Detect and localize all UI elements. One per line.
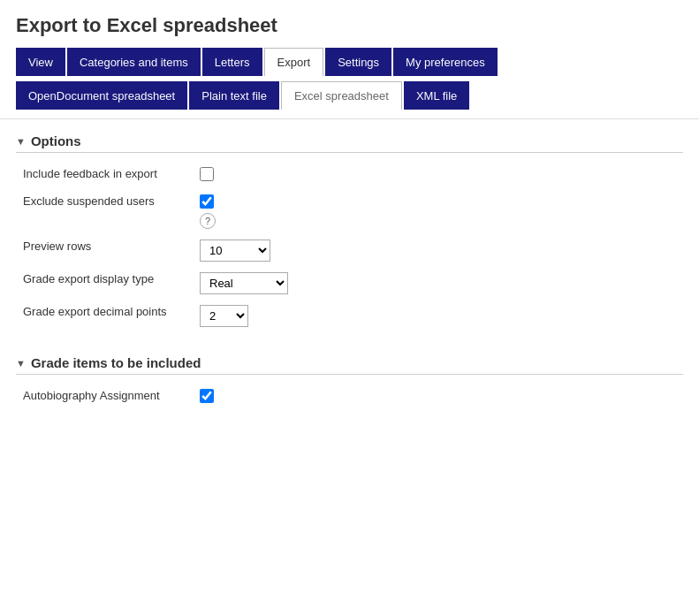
- page-header: Export to Excel spreadsheet View Categor…: [0, 0, 699, 119]
- grade-export-decimal-points-label: Grade export decimal points: [23, 305, 167, 318]
- sub-nav-plain-text[interactable]: Plain text file: [189, 81, 279, 110]
- autobiography-assignment-checkbox[interactable]: [200, 389, 214, 403]
- sub-nav: OpenDocument spreadsheet Plain text file…: [16, 81, 683, 110]
- table-row: Include feedback in export: [16, 162, 683, 189]
- nav-export[interactable]: Export: [264, 48, 324, 76]
- grade-items-section-header[interactable]: ▼ Grade items to be included: [16, 350, 683, 375]
- include-feedback-checkbox[interactable]: [200, 167, 214, 181]
- table-row: Grade export display type Real Percentag…: [16, 267, 683, 300]
- options-section-header[interactable]: ▼ Options: [16, 128, 683, 153]
- sub-nav-opendocument[interactable]: OpenDocument spreadsheet: [16, 81, 187, 110]
- table-row: Grade export decimal points 0 1 2 3 4 5: [16, 300, 683, 332]
- grade-items-section-title: Grade items to be included: [31, 355, 201, 370]
- content: ▼ Options Include feedback in export Exc…: [0, 119, 699, 437]
- options-section-title: Options: [31, 133, 81, 148]
- main-nav: View Categories and items Letters Export…: [16, 48, 683, 76]
- grade-export-display-type-label: Grade export display type: [23, 272, 154, 285]
- table-row: Exclude suspended users ?: [16, 189, 683, 234]
- table-row: Preview rows 10 20 50 100: [16, 234, 683, 267]
- nav-settings[interactable]: Settings: [325, 48, 391, 76]
- nav-view[interactable]: View: [16, 48, 65, 76]
- options-table: Include feedback in export Exclude suspe…: [16, 162, 683, 332]
- grade-export-display-type-select[interactable]: Real Percentage Letter: [200, 272, 288, 294]
- options-section: ▼ Options Include feedback in export Exc…: [16, 128, 683, 332]
- autobiography-assignment-label: Autobiography Assignment: [23, 389, 160, 402]
- include-feedback-label: Include feedback in export: [23, 167, 157, 180]
- grade-items-section: ▼ Grade items to be included Autobiograp…: [16, 350, 683, 411]
- exclude-suspended-checkbox[interactable]: [200, 194, 214, 209]
- help-icon[interactable]: ?: [200, 213, 216, 229]
- grade-export-decimal-points-select[interactable]: 0 1 2 3 4 5: [200, 305, 248, 327]
- page-title: Export to Excel spreadsheet: [16, 14, 683, 37]
- sub-nav-xml[interactable]: XML file: [404, 81, 469, 110]
- preview-rows-label: Preview rows: [23, 240, 91, 253]
- exclude-suspended-label: Exclude suspended users: [23, 194, 155, 208]
- grade-items-table: Autobiography Assignment: [16, 384, 683, 411]
- nav-categories-and-items[interactable]: Categories and items: [67, 48, 201, 76]
- nav-my-preferences[interactable]: My preferences: [393, 48, 498, 76]
- options-chevron-icon: ▼: [16, 136, 26, 147]
- preview-rows-select[interactable]: 10 20 50 100: [200, 240, 270, 262]
- table-row: Autobiography Assignment: [16, 384, 683, 411]
- grade-items-chevron-icon: ▼: [16, 358, 26, 369]
- nav-letters[interactable]: Letters: [202, 48, 262, 76]
- sub-nav-excel[interactable]: Excel spreadsheet: [281, 81, 402, 110]
